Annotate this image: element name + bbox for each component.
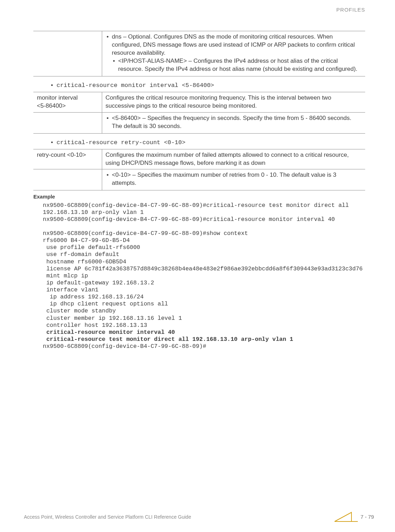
table-retry-count: retry-count <0-10> Configures the maximu… (33, 149, 365, 191)
code-line: license AP 6c781f42a3638757d8849c38268b4… (43, 265, 363, 272)
table-row: dns – Optional. Configures DNS as the mo… (33, 31, 365, 76)
code-line: nx9500-6C8809(config-device-B4-C7-99-6C-… (43, 216, 335, 223)
bullet-item: <5-86400> – Specifies the frequency in s… (106, 114, 362, 130)
desc-cell: <0-10> – Specifies the maximum number of… (102, 169, 365, 190)
bullet-list: dns – Optional. Configures DNS as the mo… (106, 33, 362, 73)
code-line: hostname rfs6000-6DB5D4 (43, 258, 126, 265)
code-line: ip default-gateway 192.168.13.2 (43, 280, 154, 286)
param-label-2: <5-86400> (37, 102, 66, 109)
code-line: use profile default-rfs6000 (43, 244, 140, 251)
code-line: nx9500-6C8809(config-device-B4-C7-99-6C-… (43, 343, 206, 350)
code-line: ip address 192.168.13.16/24 (43, 294, 144, 300)
footer-swoosh-icon (334, 511, 358, 523)
code-line: nx9500-6C8809(config-device-B4-C7-99-6C-… (43, 230, 248, 237)
bullet-list: <5-86400> – Specifies the frequency in s… (106, 114, 362, 130)
param-cell-empty (33, 169, 102, 190)
param-cell: monitor interval <5-86400> (33, 92, 102, 112)
code-line: controller host 192.168.13.13 (43, 322, 147, 329)
code-line: nx9500-6C8809(config-device-B4-C7-99-6C-… (43, 202, 352, 216)
content-area: dns – Optional. Configures DNS as the mo… (0, 17, 395, 350)
table-row: <5-86400> – Specifies the frequency in s… (33, 112, 365, 133)
nested-list: <IP/HOST-ALIAS-NAME> – Configures the IP… (112, 57, 362, 73)
table-dns-continuation: dns – Optional. Configures DNS as the mo… (33, 31, 365, 76)
dns-text: dns – Optional. Configures DNS as the mo… (112, 33, 355, 56)
desc-cell: dns – Optional. Configures DNS as the mo… (102, 31, 365, 76)
table-row: <0-10> – Specifies the maximum number of… (33, 169, 365, 190)
nested-item: <IP/HOST-ALIAS-NAME> – Configures the IP… (112, 57, 362, 73)
table-monitor-interval: monitor interval <5-86400> Configures th… (33, 92, 365, 134)
desc-cell: Configures the critical resource monitor… (102, 92, 365, 112)
page-number: 7 - 79 (361, 513, 374, 520)
section-title: PROFILES (336, 7, 365, 13)
bullet-item: dns – Optional. Configures DNS as the mo… (106, 33, 362, 73)
footer-title: Access Point, Wireless Controller and Se… (24, 514, 191, 520)
table-row: retry-count <0-10> Configures the maximu… (33, 149, 365, 169)
bullet-list: <0-10> – Specifies the maximum number of… (106, 171, 362, 187)
table-row: monitor interval <5-86400> Configures th… (33, 92, 365, 112)
code-line-bold: critical-resource monitor interval 40 (43, 329, 175, 336)
page-header: PROFILES (0, 0, 395, 17)
code-line: use rf-domain default (43, 251, 119, 258)
page-footer: Access Point, Wireless Controller and Se… (24, 511, 374, 523)
code-line: cluster mode standby (43, 308, 116, 314)
code-line: interface vlan1 (43, 287, 98, 293)
code-block: nx9500-6C8809(config-device-B4-C7-99-6C-… (33, 202, 365, 350)
param-label-1: monitor interval (37, 94, 78, 101)
code-line: ip dhcp client request options all (43, 301, 168, 307)
example-heading: Example (33, 193, 365, 200)
desc-cell: <5-86400> – Specifies the frequency in s… (102, 112, 365, 133)
code-line: rfs6000 B4-C7-99-6D-B5-D4 (43, 237, 130, 244)
param-cell-empty (33, 31, 102, 76)
syntax-line-2: critical-resource retry-count <0-10> (33, 136, 365, 149)
desc-cell: Configures the maximum number of failed … (102, 149, 365, 169)
code-line-bold: critical-resource test monitor direct al… (43, 336, 293, 343)
param-cell-empty (33, 112, 102, 133)
param-cell: retry-count <0-10> (33, 149, 102, 169)
page-number-decor: 7 - 79 (334, 511, 374, 523)
code-line: cluster member ip 192.168.13.16 level 1 (43, 315, 182, 322)
code-line: mint mlcp ip (43, 272, 88, 279)
bullet-item: <0-10> – Specifies the maximum number of… (106, 171, 362, 187)
syntax-line-1: critical-resource monitor interval <5-86… (33, 79, 365, 92)
